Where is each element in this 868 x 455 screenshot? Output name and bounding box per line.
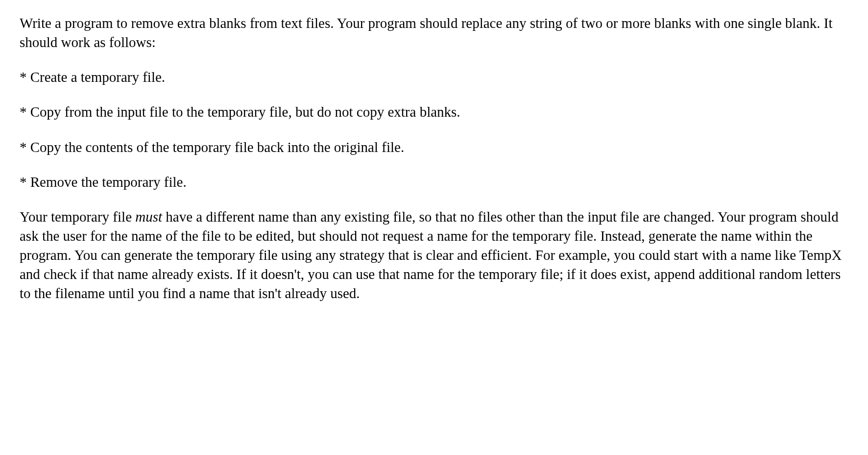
- bullet-item-4: * Remove the temporary file.: [20, 173, 848, 192]
- details-paragraph: Your temporary file must have a differen…: [20, 207, 848, 303]
- bullet-item-1: * Create a temporary file.: [20, 68, 848, 87]
- bullet-item-3: * Copy the contents of the temporary fil…: [20, 138, 848, 157]
- intro-paragraph: Write a program to remove extra blanks f…: [20, 14, 848, 52]
- emphasis-word: must: [135, 209, 162, 225]
- details-text-before: Your temporary file: [20, 209, 135, 225]
- bullet-item-2: * Copy from the input file to the tempor…: [20, 102, 848, 122]
